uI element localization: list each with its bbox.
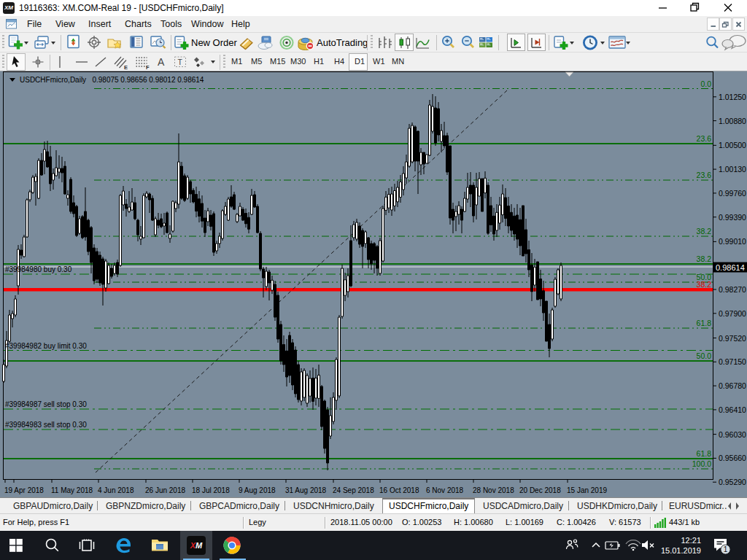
svg-text:6 Nov 2018: 6 Nov 2018	[426, 486, 464, 494]
svg-text:0.98614: 0.98614	[716, 263, 745, 272]
svg-text:#39984980 buy 0.30: #39984980 buy 0.30	[5, 265, 72, 273]
svg-text:23.6: 23.6	[697, 171, 712, 179]
svg-text:1: 1	[724, 545, 728, 553]
svg-text:E: E	[124, 64, 128, 70]
svg-text:0.98270: 0.98270	[719, 285, 746, 294]
svg-text:19 Apr 2018: 19 Apr 2018	[4, 486, 44, 494]
svg-text:1.00130: 1.00130	[719, 165, 746, 174]
svg-text:38.2: 38.2	[697, 280, 712, 289]
svg-text:#39984982 buy limit 0.30: #39984982 buy limit 0.30	[5, 342, 87, 350]
svg-text:0.99010: 0.99010	[719, 237, 746, 246]
svg-text:31 Aug 2018: 31 Aug 2018	[285, 486, 327, 494]
svg-text:28 Nov 2018: 28 Nov 2018	[473, 486, 514, 494]
svg-text:USDCHFmicro,Daily 0.98075 0.: USDCHFmicro,Daily 0.98075 0.98656 0.9801…	[20, 76, 204, 84]
svg-text:61.8: 61.8	[697, 319, 712, 327]
svg-text:0.96780: 0.96780	[719, 381, 746, 390]
svg-text:24 Sep 2018: 24 Sep 2018	[333, 486, 374, 494]
svg-text:0.97150: 0.97150	[719, 357, 746, 366]
svg-text:15 Jan 2019: 15 Jan 2019	[567, 486, 607, 494]
svg-text:0.0: 0.0	[700, 79, 711, 88]
svg-text:4 Jun 2018: 4 Jun 2018	[98, 486, 134, 494]
svg-text:16 Oct 2018: 16 Oct 2018	[379, 486, 419, 494]
svg-text:61.8: 61.8	[697, 449, 712, 458]
svg-text:9 Aug 2018: 9 Aug 2018	[239, 486, 276, 494]
svg-text:0.99760: 0.99760	[719, 189, 746, 198]
svg-text:50.0: 50.0	[697, 351, 712, 360]
svg-text:#39984987 sell stop 0.30: #39984987 sell stop 0.30	[5, 400, 87, 408]
svg-text:23.6: 23.6	[697, 134, 712, 143]
svg-text:18 Jul 2018: 18 Jul 2018	[192, 486, 230, 494]
svg-text:0.97900: 0.97900	[719, 309, 746, 318]
svg-text:0.95290: 0.95290	[719, 478, 746, 486]
svg-text:38.2: 38.2	[697, 227, 712, 236]
svg-text:1.00500: 1.00500	[719, 141, 746, 149]
svg-text:T: T	[178, 58, 183, 66]
svg-text:11 May 2018: 11 May 2018	[51, 486, 93, 494]
svg-text:#39984983 sell stop 0.30: #39984983 sell stop 0.30	[5, 421, 87, 429]
svg-text:0.96030: 0.96030	[719, 430, 746, 439]
svg-text:20 Dec 2018: 20 Dec 2018	[519, 486, 561, 494]
svg-text:0.97520: 0.97520	[719, 334, 746, 343]
svg-text:1.00880: 1.00880	[719, 117, 746, 125]
svg-text:F: F	[146, 64, 150, 70]
svg-text:100.0: 100.0	[692, 459, 711, 468]
svg-text:26 Jun 2018: 26 Jun 2018	[145, 486, 185, 494]
svg-text:38.2: 38.2	[697, 254, 712, 263]
svg-text:1.01250: 1.01250	[719, 93, 746, 101]
svg-text:0.99390: 0.99390	[719, 213, 746, 222]
svg-text:0.96410: 0.96410	[719, 405, 746, 414]
svg-text:0.95660: 0.95660	[719, 454, 746, 462]
